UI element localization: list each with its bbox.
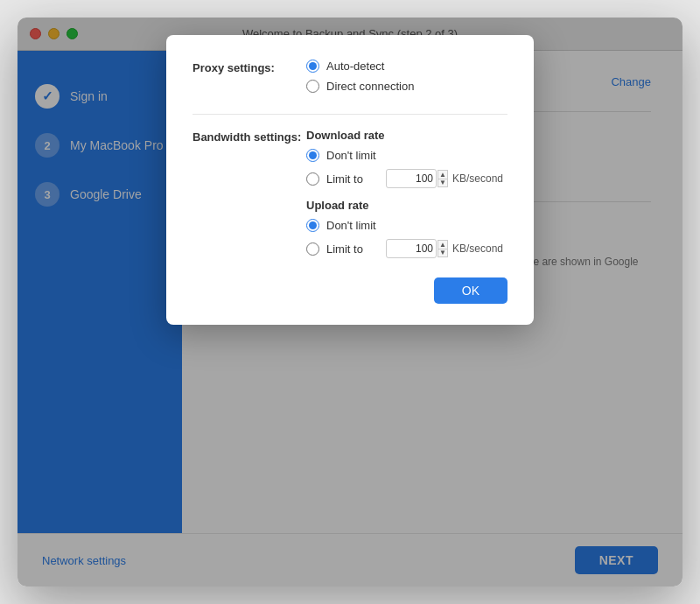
dl-spin-arrows: ▲ ▼ [438, 170, 448, 187]
direct-radio[interactable] [306, 80, 319, 93]
dl-spin-wrapper: ▲ ▼ [379, 169, 448, 188]
dl-no-limit-option[interactable]: Don't limit [306, 149, 508, 162]
dl-limit-label: Limit to [326, 172, 379, 186]
auto-detect-option[interactable]: Auto-detect [306, 60, 508, 73]
proxy-label: Proxy settings: [192, 60, 306, 74]
proxy-options: Auto-detect Direct connection [306, 60, 508, 100]
modal-divider-1 [192, 114, 508, 115]
ok-button[interactable]: OK [434, 277, 508, 304]
direct-label: Direct connection [326, 80, 414, 93]
ul-no-limit-label: Don't limit [326, 219, 376, 232]
upload-section-title: Upload rate [306, 199, 508, 212]
bandwidth-content: Download rate Don't limit Limit to ▲ ▼ [306, 129, 508, 265]
dl-limit-row: Limit to ▲ ▼ KB/second [306, 169, 508, 188]
modal-overlay: Proxy settings: Auto-detect Direct conne… [18, 18, 682, 586]
bandwidth-settings-row: Bandwidth settings: Download rate Don't … [192, 129, 508, 265]
ul-no-limit-option[interactable]: Don't limit [306, 219, 508, 232]
proxy-settings-row: Proxy settings: Auto-detect Direct conne… [192, 60, 508, 100]
dl-spin-up[interactable]: ▲ [438, 170, 448, 179]
ul-spin-down[interactable]: ▼ [438, 249, 448, 257]
settings-modal: Proxy settings: Auto-detect Direct conne… [166, 35, 534, 325]
ul-spin-wrapper: ▲ ▼ [379, 239, 448, 258]
ul-limit-radio[interactable] [306, 242, 319, 256]
direct-connection-option[interactable]: Direct connection [306, 80, 508, 93]
dl-unit: KB/second [452, 172, 503, 185]
ul-spin-up[interactable]: ▲ [438, 240, 448, 249]
modal-ok-row: OK [192, 277, 508, 304]
ul-limit-row: Limit to ▲ ▼ KB/second [306, 239, 508, 258]
auto-detect-label: Auto-detect [326, 60, 385, 73]
app-window: Welcome to Backup and Sync (step 2 of 3)… [18, 18, 682, 586]
download-section-title: Download rate [306, 129, 508, 142]
auto-detect-radio[interactable] [306, 60, 319, 73]
bandwidth-label: Bandwidth settings: [192, 129, 306, 144]
ul-no-limit-radio[interactable] [306, 219, 319, 232]
ul-spin-arrows: ▲ ▼ [438, 240, 448, 257]
dl-limit-input[interactable] [386, 169, 437, 188]
ul-unit: KB/second [452, 242, 503, 255]
dl-no-limit-label: Don't limit [326, 149, 376, 162]
dl-spin-down[interactable]: ▼ [438, 179, 448, 187]
ul-limit-input[interactable] [386, 239, 437, 258]
dl-limit-radio[interactable] [306, 172, 319, 186]
dl-no-limit-radio[interactable] [306, 149, 319, 162]
ul-limit-label: Limit to [326, 242, 379, 256]
